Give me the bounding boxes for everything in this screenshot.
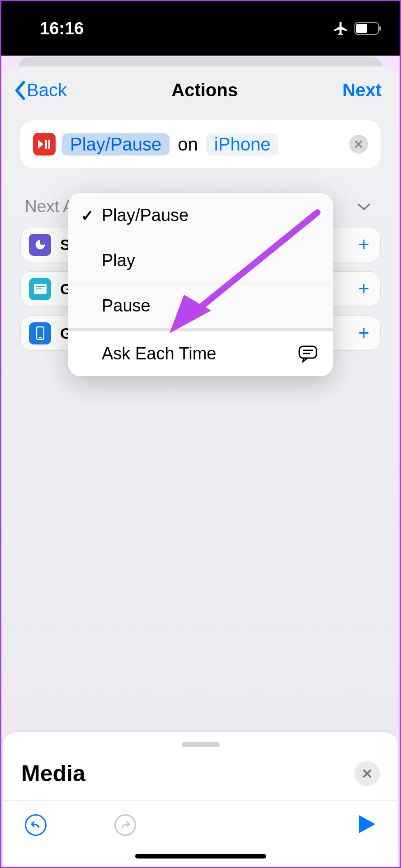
- svg-rect-3: [45, 140, 47, 149]
- next-button[interactable]: Next: [342, 80, 382, 100]
- close-icon: [362, 769, 372, 778]
- run-button[interactable]: [358, 814, 376, 836]
- play-pause-glyph-icon: [38, 140, 51, 149]
- svg-rect-2: [379, 26, 381, 31]
- dropdown-item-pause[interactable]: Pause: [68, 283, 333, 329]
- undo-button[interactable]: [25, 814, 47, 836]
- back-label: Back: [27, 80, 67, 100]
- svg-rect-1: [356, 24, 367, 33]
- grabber-handle[interactable]: [182, 742, 220, 747]
- add-icon[interactable]: +: [358, 322, 369, 344]
- panel-title: Media: [21, 760, 85, 787]
- panel-toolbar: [3, 800, 398, 854]
- action-connector: on: [176, 133, 200, 156]
- status-bar: 16:16: [1, 1, 400, 56]
- status-time: 16:16: [40, 19, 84, 38]
- main-sheet: Back Actions Next Play/Pause on iPhone N…: [3, 66, 398, 867]
- home-indicator[interactable]: [135, 854, 266, 859]
- chevron-down-icon: [357, 203, 371, 211]
- svg-rect-10: [299, 346, 316, 358]
- battery-icon: [354, 22, 382, 35]
- add-icon[interactable]: +: [358, 278, 369, 300]
- play-icon: [358, 814, 376, 834]
- dropdown-item-label: Play/Pause: [102, 206, 189, 225]
- clear-action-button[interactable]: [349, 135, 368, 154]
- moon-icon: [29, 234, 51, 256]
- dropdown-item-label: Pause: [102, 296, 151, 316]
- panel-close-button[interactable]: [354, 761, 380, 786]
- panel-header: Media: [3, 760, 398, 800]
- dropdown-item-label: Ask Each Time: [102, 344, 216, 363]
- svg-rect-7: [36, 288, 42, 289]
- chevron-left-icon: [13, 81, 27, 100]
- redo-icon: [120, 820, 131, 830]
- close-icon: [354, 140, 363, 148]
- status-indicators: [333, 20, 382, 37]
- phone-icon: [29, 322, 51, 344]
- dropdown-item-label: Play: [102, 251, 135, 270]
- action-param-device[interactable]: iPhone: [206, 133, 279, 156]
- parameter-dropdown: Play/Pause Play Pause Ask Each Time: [68, 193, 333, 376]
- undo-icon: [30, 820, 41, 830]
- page-title: Actions: [171, 80, 238, 100]
- play-pause-app-icon: [33, 133, 56, 156]
- back-button[interactable]: Back: [13, 80, 67, 100]
- dropdown-item-ask-each-time[interactable]: Ask Each Time: [68, 329, 333, 376]
- svg-rect-4: [48, 140, 50, 149]
- bottom-panel: Media: [3, 732, 398, 867]
- card-icon: [29, 278, 51, 300]
- airplane-mode-icon: [333, 20, 349, 37]
- redo-button[interactable]: [114, 814, 136, 836]
- nav-header: Back Actions Next: [3, 66, 398, 120]
- dropdown-item-play-pause[interactable]: Play/Pause: [68, 193, 333, 238]
- svg-rect-6: [36, 286, 45, 287]
- speech-bubble-icon: [298, 345, 317, 363]
- action-param-mode[interactable]: Play/Pause: [62, 133, 170, 156]
- dropdown-item-play[interactable]: Play: [68, 238, 333, 283]
- add-icon[interactable]: +: [358, 234, 369, 255]
- action-card: Play/Pause on iPhone: [20, 120, 381, 168]
